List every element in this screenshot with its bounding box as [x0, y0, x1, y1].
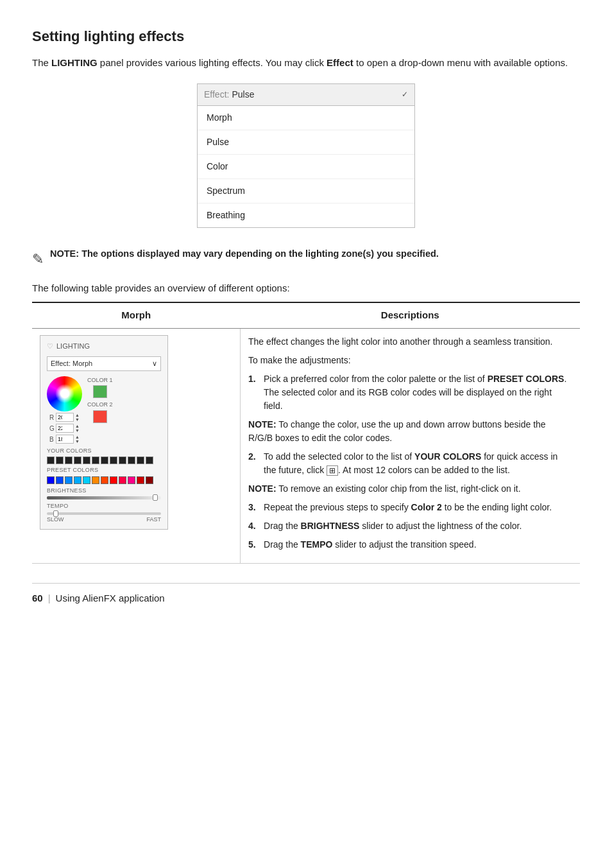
brightness-thumb[interactable] [153, 494, 158, 501]
tempo-slow-label: SLOW [47, 516, 64, 525]
footer-page-number: 60 [32, 591, 43, 606]
rgb-controls: R ▲▼ G ▲▼ B [49, 413, 80, 444]
color1-label: COLOR 1 [87, 376, 113, 385]
preset-chip[interactable] [74, 476, 81, 484]
col-morph-header: Morph [32, 302, 241, 328]
preset-chip[interactable] [119, 476, 126, 484]
your-colors-section-label: YOUR COLORS [47, 447, 161, 456]
desc-para1: The effect changes the light color into … [248, 335, 572, 349]
effect-dropdown-mockup: Effect:Pulse ✓ Morph Pulse Color Spectru… [197, 83, 415, 228]
heart-icon: ♡ [47, 341, 53, 352]
step-3: 3. Repeat the previous steps to specify … [248, 501, 572, 514]
footer-section-name: Using AlienFX application [56, 591, 165, 606]
color1-chip[interactable] [93, 385, 107, 398]
your-color-chip[interactable] [101, 456, 108, 464]
effect-bold: Effect [327, 57, 353, 68]
main-table: Morph Descriptions ♡ LIGHTING Effect: Mo… [32, 302, 580, 564]
note-text: NOTE: The options displayed may vary dep… [50, 247, 439, 261]
desc-steps-list: 1. Pick a preferred color from the color… [248, 372, 572, 413]
note1-text: NOTE: To change the color, use the up an… [248, 418, 572, 445]
rgb-g-input[interactable] [56, 424, 74, 433]
lighting-title-text: LIGHTING [56, 341, 90, 352]
desc-steps-list3: 3. Repeat the previous steps to specify … [248, 501, 572, 551]
step-3-num: 3. [248, 501, 260, 514]
effect-row: Effect: Morph ∨ [47, 356, 161, 371]
page-title: Setting lighting effects [32, 26, 580, 47]
step-4-text: Drag the BRIGHTNESS slider to adjust the… [264, 519, 522, 533]
dropdown-item-pulse[interactable]: Pulse [198, 130, 414, 155]
rgb-b-input[interactable] [56, 435, 74, 444]
dropdown-item-morph[interactable]: Morph [198, 106, 414, 130]
preset-chip[interactable] [128, 476, 135, 484]
dropdown-item-color[interactable]: Color [198, 155, 414, 179]
color2-label: COLOR 2 [87, 401, 113, 410]
your-colors-row [47, 456, 161, 464]
preset-chip[interactable] [65, 476, 72, 484]
preset-chip[interactable] [101, 476, 108, 484]
dropdown-selected-value: Pulse [232, 89, 254, 100]
effect-morph-label: Effect: Morph [51, 358, 92, 369]
chevron-down-icon: ✓ [402, 89, 408, 100]
your-color-chip[interactable] [146, 456, 153, 464]
tempo-label: TEMPO [47, 502, 161, 511]
desc-para2: To make the adjustments: [248, 354, 572, 367]
color-wheel[interactable] [47, 376, 82, 412]
lighting-panel: ♡ LIGHTING Effect: Morph ∨ R [40, 335, 168, 530]
footer-separator: | [48, 591, 51, 606]
your-color-chip[interactable] [74, 456, 81, 464]
lighting-bold: LIGHTING [51, 57, 98, 68]
your-color-chip[interactable] [83, 456, 90, 464]
your-color-chip[interactable] [137, 456, 144, 464]
color2-chip[interactable] [93, 410, 107, 423]
effect-label: Effect: [204, 89, 229, 100]
your-color-chip[interactable] [47, 456, 55, 464]
brightness-label: BRIGHTNESS [47, 487, 161, 496]
step-2-text: To add the selected color to the list of… [264, 450, 572, 477]
your-color-chip[interactable] [119, 456, 126, 464]
step-5-num: 5. [248, 538, 260, 551]
preset-colors-section-label: PRESET COLORS [47, 466, 161, 475]
step-3-text: Repeat the previous steps to specify Col… [264, 501, 552, 514]
step-4: 4. Drag the BRIGHTNESS slider to adjust … [248, 519, 572, 533]
brightness-slider[interactable] [47, 496, 161, 499]
note-icon: ✎ [32, 248, 44, 270]
tempo-labels: SLOW FAST [47, 516, 161, 525]
preset-chip[interactable] [47, 476, 55, 484]
table-intro: The following table provides an overview… [32, 281, 580, 296]
preset-chip[interactable] [146, 476, 153, 484]
step-1-num: 1. [248, 372, 260, 413]
your-color-chip[interactable] [110, 456, 117, 464]
tempo-slider[interactable] [47, 512, 161, 515]
preset-chip[interactable] [137, 476, 144, 484]
dropdown-header[interactable]: Effect:Pulse ✓ [198, 84, 414, 106]
step-1-text: Pick a preferred color from the color pa… [264, 372, 572, 413]
step-1: 1. Pick a preferred color from the color… [248, 372, 572, 413]
step-2: 2. To add the selected color to the list… [248, 450, 572, 477]
desc-steps-list2: 2. To add the selected color to the list… [248, 450, 572, 477]
preset-chip[interactable] [83, 476, 90, 484]
your-color-chip[interactable] [65, 456, 72, 464]
step-2-num: 2. [248, 450, 260, 477]
dropdown-item-spectrum[interactable]: Spectrum [198, 179, 414, 204]
morph-panel-cell: ♡ LIGHTING Effect: Morph ∨ R [32, 328, 241, 563]
intro-paragraph: The LIGHTING panel provides various ligh… [32, 56, 580, 71]
your-color-chip[interactable] [92, 456, 99, 464]
your-color-chip[interactable] [128, 456, 135, 464]
footer-bar: 60 | Using AlienFX application [32, 583, 580, 606]
step-4-num: 4. [248, 519, 260, 533]
panel-title: ♡ LIGHTING [47, 341, 161, 352]
rgb-r-input[interactable] [56, 413, 74, 422]
dropdown-item-breathing[interactable]: Breathing [198, 204, 414, 227]
preset-chip[interactable] [92, 476, 99, 484]
preset-chip[interactable] [56, 476, 64, 484]
step-5-text: Drag the TEMPO slider to adjust the tran… [264, 538, 477, 551]
effect-chevron-icon: ∨ [152, 358, 157, 369]
table-row: ♡ LIGHTING Effect: Morph ∨ R [32, 328, 580, 563]
note-box: ✎ NOTE: The options displayed may vary d… [32, 247, 580, 270]
tempo-thumb[interactable] [53, 510, 58, 517]
description-cell: The effect changes the light color into … [241, 328, 580, 563]
your-color-chip[interactable] [56, 456, 64, 464]
preset-colors-row [47, 476, 161, 484]
tempo-row: TEMPO SLOW FAST [47, 502, 161, 524]
preset-chip[interactable] [110, 476, 117, 484]
